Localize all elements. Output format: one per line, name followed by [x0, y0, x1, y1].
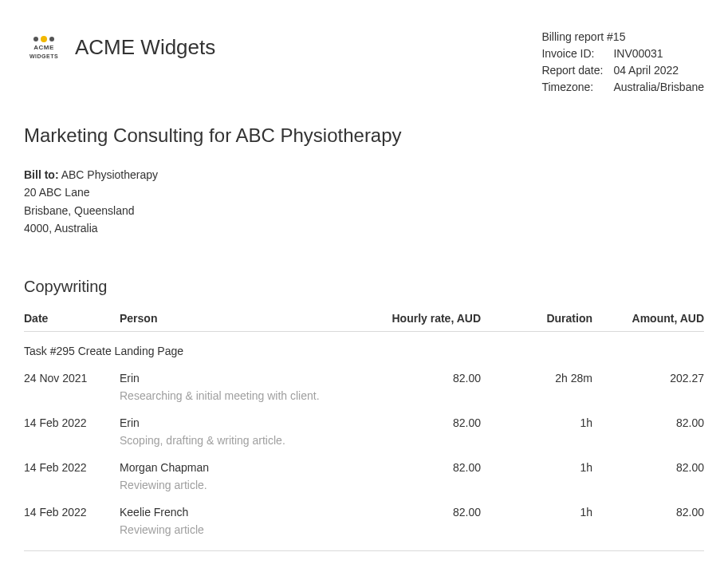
subtotal-row: Subtotal 5h 28m 448.27	[24, 550, 704, 564]
table-row: 24 Nov 2021 Erin 82.00 2h 28m 202.27 Res…	[24, 364, 704, 408]
entry-date: 14 Feb 2022	[24, 461, 120, 474]
col-header-person: Person	[120, 312, 369, 325]
entry-rate: 82.00	[369, 372, 481, 385]
entry-person: Erin	[120, 372, 369, 385]
entry-rate: 82.00	[369, 506, 481, 519]
entry-amount: 82.00	[592, 461, 704, 474]
entry-amount: 202.27	[592, 372, 704, 385]
entry-duration: 2h 28m	[481, 372, 592, 385]
entry-duration: 1h	[481, 506, 592, 519]
company-logo-icon: ACME WIDGETS	[24, 29, 64, 65]
entry-date: 24 Nov 2021	[24, 372, 120, 385]
report-title: Billing report #15	[541, 29, 625, 45]
entry-note: Reviewing article.	[24, 479, 704, 498]
entry-note: Reviewing article	[24, 523, 704, 542]
table-row: 14 Feb 2022 Morgan Chapman 82.00 1h 82.0…	[24, 453, 704, 498]
entry-person: Erin	[120, 416, 369, 429]
bill-to-name: ABC Physiotherapy	[61, 168, 158, 181]
entry-date: 14 Feb 2022	[24, 416, 120, 429]
col-header-rate: Hourly rate, AUD	[369, 312, 481, 325]
entry-duration: 1h	[481, 461, 592, 474]
entry-amount: 82.00	[592, 506, 704, 519]
entry-note: Scoping, drafting & writing article.	[24, 434, 704, 453]
col-header-amount: Amount, AUD	[592, 312, 704, 325]
bill-to-block: Bill to: ABC Physiotherapy 20 ABC Lane B…	[24, 166, 704, 238]
project-title: Marketing Consulting for ABC Physiothera…	[24, 124, 704, 147]
invoice-id-value: INV00031	[613, 45, 663, 62]
invoice-id-label: Invoice ID:	[541, 45, 613, 62]
table-row: 14 Feb 2022 Keelie French 82.00 1h 82.00…	[24, 498, 704, 542]
document-header: ACME WIDGETS ACME Widgets Billing report…	[24, 29, 704, 96]
entries-table: Date Person Hourly rate, AUD Duration Am…	[24, 312, 704, 564]
logo-text-line1: ACME	[33, 45, 54, 51]
bill-to-address-line3: 4000, Australia	[24, 219, 704, 237]
timezone-label: Timezone:	[541, 79, 613, 96]
report-meta: Billing report #15 Invoice ID: INV00031 …	[541, 29, 704, 96]
table-header-row: Date Person Hourly rate, AUD Duration Am…	[24, 312, 704, 332]
entry-person: Keelie French	[120, 506, 369, 519]
col-header-date: Date	[24, 312, 120, 325]
col-header-duration: Duration	[481, 312, 592, 325]
table-row: 14 Feb 2022 Erin 82.00 1h 82.00 Scoping,…	[24, 408, 704, 453]
bill-to-address-line1: 20 ABC Lane	[24, 183, 704, 201]
report-date-label: Report date:	[541, 62, 613, 79]
bill-to-address-line2: Brisbane, Queensland	[24, 202, 704, 219]
entry-note: Researching & initial meeting with clien…	[24, 389, 704, 408]
entry-rate: 82.00	[369, 461, 481, 474]
entry-duration: 1h	[481, 416, 592, 429]
report-date-value: 04 April 2022	[613, 62, 679, 79]
entry-date: 14 Feb 2022	[24, 506, 120, 519]
section-title: Copywriting	[24, 278, 704, 296]
task-title-row: Task #295 Create Landing Page	[24, 332, 704, 364]
entry-amount: 82.00	[592, 416, 704, 429]
brand: ACME WIDGETS ACME Widgets	[24, 29, 215, 65]
logo-text-line2: WIDGETS	[30, 53, 58, 59]
timezone-value: Australia/Brisbane	[613, 79, 704, 96]
company-name: ACME Widgets	[75, 35, 215, 60]
entry-rate: 82.00	[369, 416, 481, 429]
entry-person: Morgan Chapman	[120, 461, 369, 474]
bill-to-label: Bill to:	[24, 168, 59, 181]
